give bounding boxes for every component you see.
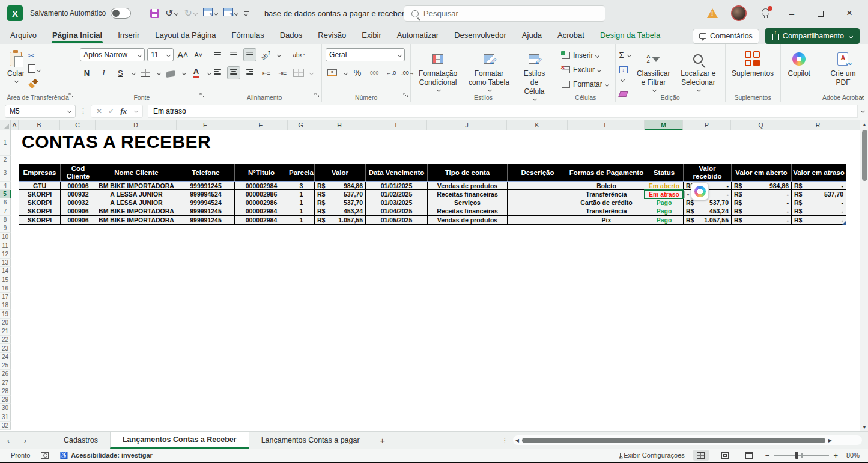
row-header-29[interactable]: 29 <box>0 396 11 404</box>
ribbon-tab-automatizar[interactable]: Automatizar <box>389 27 446 44</box>
sheet-tab-cadastros[interactable]: Cadastros <box>52 432 110 449</box>
clipboard-dialog-launcher-icon[interactable] <box>68 90 74 100</box>
column-header-Q[interactable]: Q <box>731 120 791 130</box>
sort-filter-button[interactable]: AZ Classificar e Filtrar <box>633 48 674 93</box>
display-settings-button[interactable]: Exibir Configurações <box>613 452 685 459</box>
row-header-30[interactable]: 30 <box>0 404 11 412</box>
ribbon-tab-desenvolvedor[interactable]: Desenvolvedor <box>446 27 514 44</box>
formula-input[interactable]: Em atraso <box>148 105 858 118</box>
decrease-font-button[interactable]: A˅ <box>192 48 205 61</box>
ribbon-tab-design-da-tabela[interactable]: Design da Tabela <box>592 27 668 44</box>
borders-button[interactable] <box>139 66 152 79</box>
table-cell[interactable]: 000002984 <box>235 182 288 189</box>
horizontal-scrollbar[interactable]: ◀ ▶ <box>513 435 862 445</box>
alignment-dialog-launcher-icon[interactable] <box>314 90 320 100</box>
table-cell[interactable]: R$984,86 <box>315 182 366 189</box>
table-row[interactable]: SKORPI000932A LESSA JUNIOR99999452400000… <box>19 190 846 198</box>
table-cell[interactable]: Serviços <box>428 198 508 206</box>
column-header-P[interactable]: P <box>683 120 731 130</box>
row-header-7[interactable]: 7 <box>0 207 11 216</box>
table-cell[interactable]: 000906 <box>61 207 96 215</box>
table-cell[interactable]: R$984,86 <box>732 182 792 189</box>
fill-color-button[interactable] <box>164 66 177 79</box>
table-cell[interactable]: A LESSA JUNIOR <box>96 190 177 198</box>
wrap-text-button[interactable]: ab↩ <box>292 48 305 61</box>
table-cell[interactable]: 000002984 <box>235 216 288 224</box>
table-cell[interactable]: 999991245 <box>177 207 235 215</box>
table-cell[interactable]: R$453,24 <box>684 207 732 215</box>
table-cell[interactable]: 1 <box>288 207 315 215</box>
table-cell[interactable] <box>508 207 568 215</box>
table-cell[interactable]: GTU <box>19 182 61 189</box>
ribbon-tab-arquivo[interactable]: Arquivo <box>2 27 44 44</box>
table-cell[interactable]: Cartão de crédito <box>568 198 645 206</box>
column-header-M[interactable]: M <box>645 120 683 130</box>
row-header-19[interactable]: 19 <box>0 310 11 318</box>
zoom-slider[interactable] <box>774 455 829 456</box>
row-header-22[interactable]: 22 <box>0 336 11 344</box>
confirm-entry-icon[interactable]: ✓ <box>108 107 114 115</box>
find-select-button[interactable]: Localizar e Selecionar <box>675 48 721 93</box>
table-cell[interactable]: Transferência <box>568 207 645 215</box>
table-cell[interactable] <box>508 216 568 224</box>
column-header-C[interactable]: C <box>60 120 96 130</box>
row-header-26[interactable]: 26 <box>0 370 11 378</box>
table-cell[interactable]: 3 <box>288 182 315 189</box>
align-bottom-button[interactable] <box>243 48 256 61</box>
avatar[interactable] <box>731 5 747 21</box>
copilot-floating-button[interactable] <box>691 182 709 200</box>
scroll-left-icon[interactable]: ◀ <box>515 438 519 443</box>
zoom-level[interactable]: 80% <box>846 452 860 459</box>
horizontal-scroll-thumb[interactable] <box>522 438 825 443</box>
warning-icon[interactable] <box>707 8 718 18</box>
table-cell[interactable]: SKORPI <box>19 198 61 206</box>
table-cell[interactable]: 999991245 <box>177 216 235 224</box>
ribbon-tab-página-inicial[interactable]: Página Inicial <box>44 27 110 44</box>
table-cell[interactable]: 000932 <box>61 190 96 198</box>
row-header-20[interactable]: 20 <box>0 319 11 327</box>
table-cell[interactable]: Transferência <box>568 190 645 198</box>
font-color-button[interactable]: A <box>189 66 202 79</box>
accounting-format-button[interactable]: ¤ <box>326 66 339 79</box>
restore-button[interactable] <box>813 8 828 19</box>
table-cell[interactable]: R$- <box>732 198 792 206</box>
format-cells-button[interactable]: Formatar <box>560 78 610 90</box>
row-header-16[interactable]: 16 <box>0 284 11 293</box>
merge-center-button[interactable] <box>292 66 305 79</box>
table-cell[interactable]: SKORPI <box>19 216 61 224</box>
row-header-2[interactable]: 2 <box>0 156 11 164</box>
align-top-button[interactable] <box>211 48 224 61</box>
vertical-scroll-thumb[interactable] <box>862 130 867 181</box>
table-cell[interactable]: R$537,70 <box>684 198 732 206</box>
row-header-23[interactable]: 23 <box>0 344 11 352</box>
draw-table-button[interactable] <box>203 8 217 19</box>
table-cell[interactable]: 01/05/2025 <box>366 216 428 224</box>
table-cell[interactable] <box>508 190 568 198</box>
table-cell[interactable]: 999991245 <box>177 182 235 189</box>
table-cell[interactable]: A LESSA JUNIOR <box>96 198 177 206</box>
name-box[interactable]: M5 <box>5 105 76 118</box>
table-row[interactable]: SKORPI000932A LESSA JUNIOR99999452400000… <box>19 198 846 207</box>
increase-font-button[interactable]: A˄ <box>176 48 189 61</box>
insert-cells-button[interactable]: Inserir <box>560 49 601 61</box>
expand-formula-bar-icon[interactable] <box>861 109 865 113</box>
column-header-E[interactable]: E <box>177 120 234 130</box>
close-button[interactable]: × <box>842 7 857 19</box>
table-cell[interactable]: Boleto <box>568 182 645 189</box>
table-cell[interactable]: Em aberto <box>645 182 684 189</box>
table-cell[interactable]: Pago <box>645 198 684 206</box>
column-header-B[interactable]: B <box>19 120 60 130</box>
copy-button[interactable] <box>28 64 40 75</box>
underline-button[interactable]: S <box>114 66 127 79</box>
namebox-grip[interactable]: ⋮ <box>80 107 86 115</box>
table-cell[interactable]: R$- <box>792 198 846 206</box>
scroll-down-icon[interactable]: ▼ <box>860 423 868 431</box>
number-format-select[interactable]: Geral <box>326 48 405 61</box>
select-all-corner[interactable] <box>0 120 11 130</box>
table-cell[interactable]: 000932 <box>61 198 96 206</box>
sheet-nav-left-icon[interactable]: ‹ <box>0 432 17 449</box>
scroll-right-icon[interactable]: ▶ <box>828 438 832 443</box>
redo-button[interactable]: ↻ <box>184 8 196 19</box>
bold-button[interactable]: N <box>80 66 93 79</box>
percent-style-button[interactable]: % <box>351 66 364 79</box>
